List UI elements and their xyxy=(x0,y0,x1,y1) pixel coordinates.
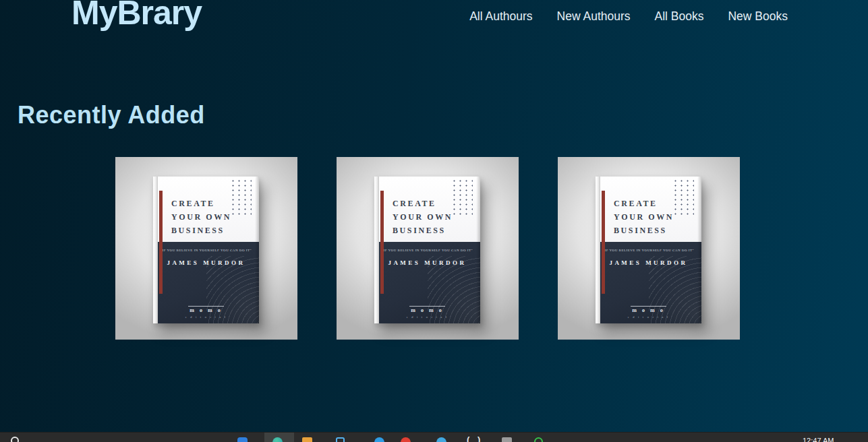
book-page-edge xyxy=(596,177,600,323)
code-brackets-icon[interactable]: ( ) xyxy=(467,435,483,442)
book-title: CREATE YOUR OWN BUSINESS xyxy=(171,197,231,237)
book-author: JAMES MURDOR xyxy=(153,259,259,266)
book-cover-top: CREATE YOUR OWN BUSINESS xyxy=(374,177,480,242)
app-red-circle-icon[interactable] xyxy=(401,437,411,442)
book-cover-bottom: "IF YOU BELIEVE IN YOURSELF YOU CAN DO I… xyxy=(153,242,259,323)
app-gray-icon[interactable] xyxy=(502,437,512,442)
publisher-name: m o m o xyxy=(409,306,444,313)
book-title: CREATE YOUR OWN BUSINESS xyxy=(614,197,674,237)
book-red-stripe xyxy=(159,191,163,294)
book-title-line: CREATE xyxy=(614,197,674,210)
main-nav: All Authours New Authours All Books New … xyxy=(469,9,788,24)
dots-decoration-icon xyxy=(230,179,252,215)
book-red-stripe xyxy=(380,191,384,294)
app-lightblue-circle-icon[interactable] xyxy=(436,437,446,442)
book-page-edge xyxy=(374,177,379,323)
publisher-subtitle: e d i t o r i a l xyxy=(153,315,259,319)
publisher-subtitle: e d i t o r i a l xyxy=(374,315,480,319)
book-title-line: YOUR OWN xyxy=(393,210,453,224)
book-cover-top: CREATE YOUR OWN BUSINESS xyxy=(153,177,259,242)
file-explorer-icon[interactable] xyxy=(336,437,345,442)
book-card[interactable]: CREATE YOUR OWN BUSINESS "IF YOU BELIEVE… xyxy=(115,157,297,340)
book-cover: CREATE YOUR OWN BUSINESS "IF YOU BELIEVE… xyxy=(374,177,480,323)
book-red-stripe xyxy=(602,191,605,294)
book-title-line: BUSINESS xyxy=(614,224,674,237)
publisher-name: m o m o xyxy=(631,306,666,313)
publisher-subtitle: e d i t o r i a l xyxy=(596,315,701,319)
app-blue-square-icon[interactable] xyxy=(237,437,248,442)
book-quote: "IF YOU BELIEVE IN YOURSELF YOU CAN DO I… xyxy=(596,249,701,252)
desktop-screen: MyBrary All Authours New Authours All Bo… xyxy=(0,0,868,442)
taskbar: ( ) 12:47 AM xyxy=(0,432,868,442)
recently-added-list: CREATE YOUR OWN BUSINESS "IF YOU BELIEVE… xyxy=(115,157,740,340)
nav-new-authors[interactable]: New Authours xyxy=(557,9,631,24)
book-cover-bottom: "IF YOU BELIEVE IN YOURSELF YOU CAN DO I… xyxy=(374,242,480,323)
brand-logo[interactable]: MyBrary xyxy=(71,0,202,32)
book-cover: CREATE YOUR OWN BUSINESS "IF YOU BELIEVE… xyxy=(153,177,259,323)
nav-all-books[interactable]: All Books xyxy=(655,9,704,24)
book-title-line: CREATE xyxy=(171,197,231,210)
book-title-line: CREATE xyxy=(393,197,453,210)
taskbar-clock[interactable]: 12:47 AM xyxy=(803,437,834,442)
publisher-name: m o m o xyxy=(188,306,223,313)
book-title-line: BUSINESS xyxy=(171,224,231,237)
nav-new-books[interactable]: New Books xyxy=(728,9,788,24)
publisher-logo: m o m o e d i t o r i a l xyxy=(596,303,701,319)
book-card[interactable]: CREATE YOUR OWN BUSINESS "IF YOU BELIEVE… xyxy=(558,157,740,340)
book-title-line: YOUR OWN xyxy=(171,210,231,224)
app-blue-circle-icon[interactable] xyxy=(374,437,384,442)
dots-decoration-icon xyxy=(451,179,473,215)
book-title: CREATE YOUR OWN BUSINESS xyxy=(393,197,453,237)
book-cover: CREATE YOUR OWN BUSINESS "IF YOU BELIEVE… xyxy=(596,177,701,323)
book-title-line: YOUR OWN xyxy=(614,210,674,224)
publisher-logo: m o m o e d i t o r i a l xyxy=(153,303,259,319)
nav-all-authors[interactable]: All Authours xyxy=(469,9,532,24)
book-card[interactable]: CREATE YOUR OWN BUSINESS "IF YOU BELIEVE… xyxy=(337,157,519,340)
publisher-logo: m o m o e d i t o r i a l xyxy=(374,303,480,319)
book-cover-bottom: "IF YOU BELIEVE IN YOURSELF YOU CAN DO I… xyxy=(596,242,701,323)
book-page-edge xyxy=(153,177,158,323)
book-quote: "IF YOU BELIEVE IN YOURSELF YOU CAN DO I… xyxy=(153,249,259,252)
dots-decoration-icon xyxy=(672,179,694,215)
app-orange-icon[interactable] xyxy=(302,437,312,442)
book-quote: "IF YOU BELIEVE IN YOURSELF YOU CAN DO I… xyxy=(374,249,480,252)
book-author: JAMES MURDOR xyxy=(596,259,701,266)
section-title: Recently Added xyxy=(18,101,205,129)
book-cover-top: CREATE YOUR OWN BUSINESS xyxy=(596,177,701,242)
whatsapp-icon[interactable] xyxy=(534,437,543,442)
book-title-line: BUSINESS xyxy=(393,224,453,237)
book-author: JAMES MURDOR xyxy=(374,259,480,266)
start-button-icon[interactable] xyxy=(11,437,19,442)
